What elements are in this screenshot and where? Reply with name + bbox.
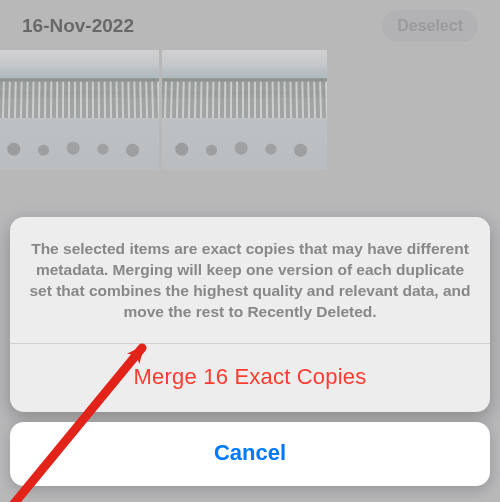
action-sheet-message: The selected items are exact copies that… [10,217,490,343]
action-sheet: The selected items are exact copies that… [0,217,500,502]
photo-thumbnail[interactable] [0,50,159,170]
merge-button[interactable]: Merge 16 Exact Copies [10,344,490,412]
cancel-card: Cancel [10,422,490,486]
date-title: 16-Nov-2022 [22,15,134,37]
duplicate-thumbnails [0,50,500,170]
cancel-button[interactable]: Cancel [10,422,490,486]
photo-thumbnail[interactable] [162,50,327,170]
header-bar: 16-Nov-2022 Deselect [0,0,500,48]
action-sheet-card: The selected items are exact copies that… [10,217,490,412]
deselect-button[interactable]: Deselect [382,10,478,42]
